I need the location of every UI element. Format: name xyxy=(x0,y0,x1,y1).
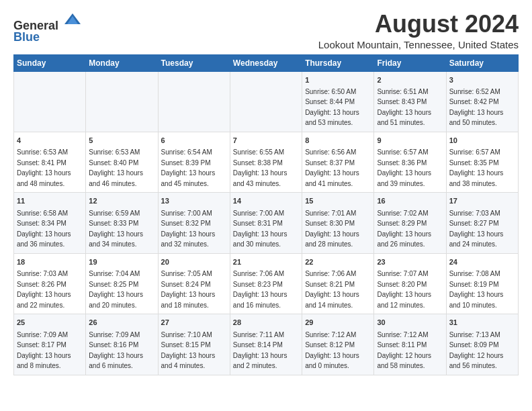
page: General Blue August 2024 Lookout Mountai… xyxy=(0,0,532,382)
day-cell: 27Sunrise: 7:10 AM Sunset: 8:15 PM Dayli… xyxy=(158,314,230,375)
day-content: Sunrise: 7:01 AM Sunset: 8:30 PM Dayligh… xyxy=(305,210,359,248)
subtitle: Lookout Mountain, Tennessee, United Stat… xyxy=(318,39,519,50)
day-content: Sunrise: 6:55 AM Sunset: 8:38 PM Dayligh… xyxy=(233,148,287,187)
day-content: Sunrise: 7:10 AM Sunset: 8:15 PM Dayligh… xyxy=(161,331,216,370)
day-cell: 14Sunrise: 7:00 AM Sunset: 8:31 PM Dayli… xyxy=(230,193,302,253)
day-number: 18 xyxy=(17,257,83,267)
day-cell: 12Sunrise: 6:59 AM Sunset: 8:33 PM Dayli… xyxy=(86,193,158,253)
header-row: SundayMondayTuesdayWednesdayThursdayFrid… xyxy=(14,54,519,71)
day-content: Sunrise: 6:59 AM Sunset: 8:33 PM Dayligh… xyxy=(89,210,143,248)
day-cell: 5Sunrise: 6:53 AM Sunset: 8:40 PM Daylig… xyxy=(86,132,158,192)
day-content: Sunrise: 6:57 AM Sunset: 8:36 PM Dayligh… xyxy=(377,148,431,187)
day-cell: 25Sunrise: 7:09 AM Sunset: 8:17 PM Dayli… xyxy=(14,314,86,375)
logo: General Blue xyxy=(13,11,82,44)
day-content: Sunrise: 7:06 AM Sunset: 8:23 PM Dayligh… xyxy=(233,270,287,309)
week-row-2: 4Sunrise: 6:53 AM Sunset: 8:41 PM Daylig… xyxy=(14,132,519,192)
day-number: 25 xyxy=(17,318,83,328)
day-content: Sunrise: 7:02 AM Sunset: 8:29 PM Dayligh… xyxy=(377,210,431,248)
day-number: 29 xyxy=(305,318,371,328)
day-cell: 9Sunrise: 6:57 AM Sunset: 8:36 PM Daylig… xyxy=(374,132,446,192)
day-cell: 31Sunrise: 7:13 AM Sunset: 8:09 PM Dayli… xyxy=(446,314,518,375)
day-content: Sunrise: 7:09 AM Sunset: 8:16 PM Dayligh… xyxy=(89,331,143,370)
day-cell: 11Sunrise: 6:58 AM Sunset: 8:34 PM Dayli… xyxy=(14,193,86,253)
header-cell-wednesday: Wednesday xyxy=(230,54,302,71)
day-number: 19 xyxy=(89,257,154,267)
day-content: Sunrise: 6:54 AM Sunset: 8:39 PM Dayligh… xyxy=(161,148,216,187)
day-number: 8 xyxy=(305,136,371,146)
day-cell: 15Sunrise: 7:01 AM Sunset: 8:30 PM Dayli… xyxy=(302,193,374,253)
day-number: 31 xyxy=(449,318,515,328)
day-number: 1 xyxy=(305,75,371,85)
day-cell: 8Sunrise: 6:56 AM Sunset: 8:37 PM Daylig… xyxy=(302,132,374,192)
header-cell-sunday: Sunday xyxy=(14,54,86,71)
main-title: August 2024 xyxy=(318,11,519,38)
week-row-4: 18Sunrise: 7:03 AM Sunset: 8:26 PM Dayli… xyxy=(14,253,519,314)
day-content: Sunrise: 6:58 AM Sunset: 8:34 PM Dayligh… xyxy=(17,210,71,248)
day-cell: 24Sunrise: 7:08 AM Sunset: 8:19 PM Dayli… xyxy=(446,253,518,314)
day-number: 30 xyxy=(377,318,443,328)
day-cell: 30Sunrise: 7:12 AM Sunset: 8:11 PM Dayli… xyxy=(374,314,446,375)
day-number: 16 xyxy=(377,196,443,206)
day-number: 9 xyxy=(377,136,443,146)
day-number: 6 xyxy=(161,136,227,146)
day-cell xyxy=(14,71,86,132)
calendar-table: SundayMondayTuesdayWednesdayThursdayFrid… xyxy=(13,54,519,375)
header-cell-monday: Monday xyxy=(86,54,158,71)
day-number: 20 xyxy=(161,257,227,267)
day-cell xyxy=(230,71,302,132)
day-number: 21 xyxy=(233,257,299,267)
day-content: Sunrise: 7:11 AM Sunset: 8:14 PM Dayligh… xyxy=(233,331,287,370)
day-cell: 3Sunrise: 6:52 AM Sunset: 8:42 PM Daylig… xyxy=(446,71,518,132)
day-cell xyxy=(158,71,230,132)
day-content: Sunrise: 7:08 AM Sunset: 8:19 PM Dayligh… xyxy=(449,270,504,309)
week-row-5: 25Sunrise: 7:09 AM Sunset: 8:17 PM Dayli… xyxy=(14,314,519,375)
day-cell: 10Sunrise: 6:57 AM Sunset: 8:35 PM Dayli… xyxy=(446,132,518,192)
day-number: 26 xyxy=(89,318,154,328)
day-cell: 28Sunrise: 7:11 AM Sunset: 8:14 PM Dayli… xyxy=(230,314,302,375)
header-cell-tuesday: Tuesday xyxy=(158,54,230,71)
day-number: 23 xyxy=(377,257,443,267)
week-row-3: 11Sunrise: 6:58 AM Sunset: 8:34 PM Dayli… xyxy=(14,193,519,253)
day-number: 10 xyxy=(449,136,515,146)
day-number: 28 xyxy=(233,318,299,328)
day-number: 13 xyxy=(161,196,227,206)
day-cell: 4Sunrise: 6:53 AM Sunset: 8:41 PM Daylig… xyxy=(14,132,86,192)
day-cell: 1Sunrise: 6:50 AM Sunset: 8:44 PM Daylig… xyxy=(302,71,374,132)
week-row-1: 1Sunrise: 6:50 AM Sunset: 8:44 PM Daylig… xyxy=(14,71,519,132)
day-cell: 7Sunrise: 6:55 AM Sunset: 8:38 PM Daylig… xyxy=(230,132,302,192)
day-number: 27 xyxy=(161,318,227,328)
day-cell: 17Sunrise: 7:03 AM Sunset: 8:27 PM Dayli… xyxy=(446,193,518,253)
day-content: Sunrise: 6:53 AM Sunset: 8:41 PM Dayligh… xyxy=(17,148,71,187)
day-number: 15 xyxy=(305,196,371,206)
day-number: 2 xyxy=(377,75,443,85)
day-cell: 26Sunrise: 7:09 AM Sunset: 8:16 PM Dayli… xyxy=(86,314,158,375)
day-content: Sunrise: 7:03 AM Sunset: 8:26 PM Dayligh… xyxy=(17,270,71,309)
day-cell: 16Sunrise: 7:02 AM Sunset: 8:29 PM Dayli… xyxy=(374,193,446,253)
day-content: Sunrise: 7:00 AM Sunset: 8:32 PM Dayligh… xyxy=(161,210,216,248)
day-cell: 21Sunrise: 7:06 AM Sunset: 8:23 PM Dayli… xyxy=(230,253,302,314)
day-content: Sunrise: 7:05 AM Sunset: 8:24 PM Dayligh… xyxy=(161,270,216,309)
day-cell xyxy=(86,71,158,132)
day-content: Sunrise: 7:03 AM Sunset: 8:27 PM Dayligh… xyxy=(449,210,504,248)
day-cell: 20Sunrise: 7:05 AM Sunset: 8:24 PM Dayli… xyxy=(158,253,230,314)
title-block: August 2024 Lookout Mountain, Tennessee,… xyxy=(318,11,519,50)
day-content: Sunrise: 7:12 AM Sunset: 8:11 PM Dayligh… xyxy=(377,331,431,370)
day-content: Sunrise: 7:09 AM Sunset: 8:17 PM Dayligh… xyxy=(17,331,71,370)
day-content: Sunrise: 7:13 AM Sunset: 8:09 PM Dayligh… xyxy=(449,331,504,370)
day-content: Sunrise: 7:12 AM Sunset: 8:12 PM Dayligh… xyxy=(305,331,359,370)
logo-text: General xyxy=(13,11,82,33)
day-content: Sunrise: 7:07 AM Sunset: 8:20 PM Dayligh… xyxy=(377,270,431,309)
day-content: Sunrise: 6:56 AM Sunset: 8:37 PM Dayligh… xyxy=(305,148,359,187)
day-content: Sunrise: 6:50 AM Sunset: 8:44 PM Dayligh… xyxy=(305,88,359,127)
day-cell: 29Sunrise: 7:12 AM Sunset: 8:12 PM Dayli… xyxy=(302,314,374,375)
day-number: 7 xyxy=(233,136,299,146)
day-content: Sunrise: 7:06 AM Sunset: 8:21 PM Dayligh… xyxy=(305,270,359,309)
day-cell: 23Sunrise: 7:07 AM Sunset: 8:20 PM Dayli… xyxy=(374,253,446,314)
header: General Blue August 2024 Lookout Mountai… xyxy=(13,11,519,50)
day-number: 24 xyxy=(449,257,515,267)
day-content: Sunrise: 6:52 AM Sunset: 8:42 PM Dayligh… xyxy=(449,88,504,127)
day-cell: 6Sunrise: 6:54 AM Sunset: 8:39 PM Daylig… xyxy=(158,132,230,192)
day-number: 22 xyxy=(305,257,371,267)
day-number: 3 xyxy=(449,75,515,85)
header-cell-saturday: Saturday xyxy=(446,54,518,71)
